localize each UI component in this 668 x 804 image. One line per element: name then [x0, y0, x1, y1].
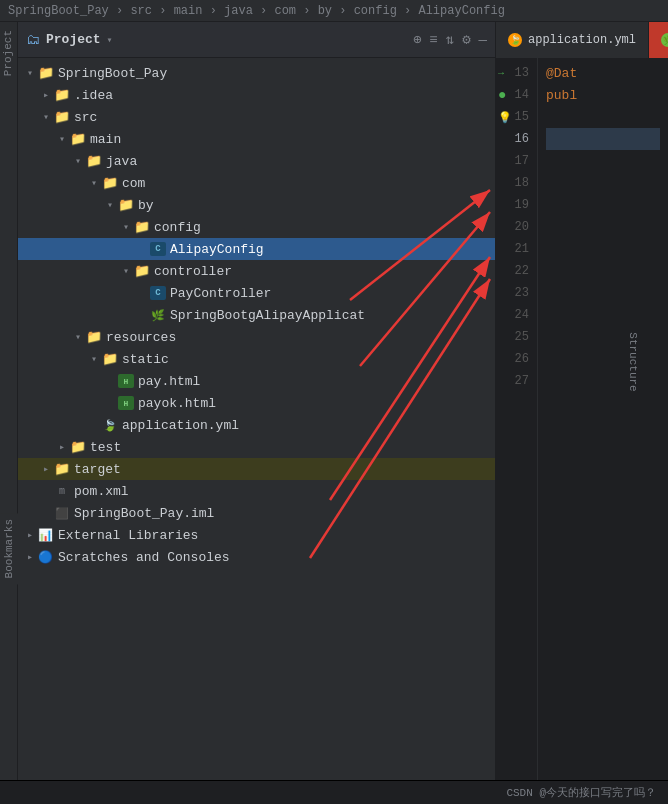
tree-item-idea[interactable]: 📁 .idea	[18, 84, 495, 106]
code-line-19	[546, 194, 660, 216]
line-22: 22	[496, 260, 537, 282]
main-folder-icon: 📁	[70, 133, 86, 146]
panel-header: 🗂 Project ▾ ⊕ ≡ ⇅ ⚙ —	[18, 22, 495, 58]
static-folder-icon: 📁	[102, 353, 118, 366]
tree-item-by[interactable]: 📁 by	[18, 194, 495, 216]
target-label: target	[74, 462, 121, 477]
idea-arrow	[38, 89, 54, 101]
sort-icon[interactable]: ⇅	[446, 31, 454, 48]
com-folder-icon: 📁	[102, 177, 118, 190]
line-13-arrow-icon: →	[498, 68, 504, 79]
code-line-13: @Dat	[546, 62, 660, 84]
line-21: 21	[496, 238, 537, 260]
tree-item-payok-html[interactable]: H payok.html	[18, 392, 495, 414]
tree-item-application-yml[interactable]: 🍃 application.yml	[18, 414, 495, 436]
code-line-14: publ	[546, 84, 660, 106]
com-label: com	[122, 176, 145, 191]
tree-item-target[interactable]: 📁 target	[18, 458, 495, 480]
config-folder-icon: 📁	[134, 221, 150, 234]
tree-item-src[interactable]: 📁 src	[18, 106, 495, 128]
resources-folder-icon: 📁	[86, 331, 102, 344]
ext-lib-icon: 📊	[38, 529, 54, 542]
tree-item-controller[interactable]: 📁 controller	[18, 260, 495, 282]
payok-html-label: payok.html	[138, 396, 216, 411]
tree-item-main[interactable]: 📁 main	[18, 128, 495, 150]
tree-item-com[interactable]: 📁 com	[18, 172, 495, 194]
by-arrow	[102, 199, 118, 211]
code-area[interactable]: @Dat publ	[538, 58, 668, 804]
line-25: 25	[496, 326, 537, 348]
side-label-project[interactable]: Project	[0, 22, 17, 84]
tab-yml-label: application.yml	[528, 33, 636, 47]
tree-item-iml[interactable]: ⬛ SpringBoot_Pay.iml	[18, 502, 495, 524]
code-line-20	[546, 216, 660, 238]
tree-item-java[interactable]: 📁 java	[18, 150, 495, 172]
line-23: 23	[496, 282, 537, 304]
line-13: → 13	[496, 62, 537, 84]
tree-item-pay-html[interactable]: H pay.html	[18, 370, 495, 392]
line-27: 27	[496, 370, 537, 392]
springbootapp-icon: 🌿	[150, 308, 166, 322]
test-folder-icon: 📁	[70, 441, 86, 454]
code-line-22	[546, 260, 660, 282]
settings-icon[interactable]: ⚙	[462, 31, 470, 48]
tree-item-paycontroller[interactable]: C PayController	[18, 282, 495, 304]
tab-spring-boot-con[interactable]: 🌿 Spring Boot Con	[649, 22, 668, 58]
controller-arrow	[118, 265, 134, 277]
editor-panel: 🍃 application.yml 🌿 Spring Boot Con → 13	[496, 22, 668, 804]
bookmarks-tab[interactable]: Bookmarks	[0, 513, 18, 584]
config-label: config	[154, 220, 201, 235]
tree-item-static[interactable]: 📁 static	[18, 348, 495, 370]
minimize-icon[interactable]: —	[479, 32, 487, 48]
project-panel: 🗂 Project ▾ ⊕ ≡ ⇅ ⚙ — 📁 SpringBoot_Pay	[18, 22, 496, 804]
code-line-27	[546, 370, 660, 392]
code-line-26	[546, 348, 660, 370]
paycontroller-label: PayController	[170, 286, 271, 301]
line-24: 24	[496, 304, 537, 326]
static-label: static	[122, 352, 169, 367]
code-line-23	[546, 282, 660, 304]
tree-item-test[interactable]: 📁 test	[18, 436, 495, 458]
root-arrow	[22, 67, 38, 79]
panel-title: Project	[46, 32, 101, 47]
payok-html-icon: H	[118, 396, 134, 410]
config-arrow	[118, 221, 134, 233]
bottom-bar: CSDN @今天的接口写完了吗？	[0, 780, 668, 804]
target-arrow	[38, 463, 54, 475]
add-icon[interactable]: ⊕	[413, 31, 421, 48]
tree-item-alipayconfig[interactable]: C AlipayConfig	[18, 238, 495, 260]
static-arrow	[86, 353, 102, 365]
scroll-icon[interactable]: ≡	[429, 32, 437, 48]
controller-label: controller	[154, 264, 232, 279]
scratches-icon: 🔵	[38, 551, 54, 564]
editor-tabs: 🍃 application.yml 🌿 Spring Boot Con	[496, 22, 668, 58]
line-15-bulb-icon: 💡	[498, 111, 512, 124]
structure-tab[interactable]: Structure	[627, 327, 639, 397]
controller-folder-icon: 📁	[134, 265, 150, 278]
tree-item-config[interactable]: 📁 config	[18, 216, 495, 238]
pay-html-icon: H	[118, 374, 134, 388]
tab-yaml-icon: 🍃	[508, 33, 522, 47]
ext-lib-arrow	[22, 529, 38, 541]
pay-html-label: pay.html	[138, 374, 200, 389]
tree-item-resources[interactable]: 📁 resources	[18, 326, 495, 348]
tree-item-ext-libraries[interactable]: 📊 External Libraries	[18, 524, 495, 546]
panel-dropdown-arrow[interactable]: ▾	[107, 34, 113, 46]
tree-item-scratches[interactable]: 🔵 Scratches and Consoles	[18, 546, 495, 568]
src-label: src	[74, 110, 97, 125]
tree-item-pom-xml[interactable]: m pom.xml	[18, 480, 495, 502]
code-line-21	[546, 238, 660, 260]
tab-application-yml[interactable]: 🍃 application.yml	[496, 22, 649, 58]
src-arrow	[38, 111, 54, 123]
code-line-17	[546, 150, 660, 172]
resources-label: resources	[106, 330, 176, 345]
line-17: 17	[496, 150, 537, 172]
scratches-arrow	[22, 551, 38, 563]
java-label: java	[106, 154, 137, 169]
file-tree: 📁 SpringBoot_Pay 📁 .idea 📁 src	[18, 58, 495, 804]
line-16: 16	[496, 128, 537, 150]
line-numbers: → 13 ● 14 💡 15 16 17 18 19 20 21	[496, 58, 538, 804]
root-folder-icon: 📁	[38, 67, 54, 80]
tree-item-springbootapp[interactable]: 🌿 SpringBootgAlipayApplicat	[18, 304, 495, 326]
tree-root[interactable]: 📁 SpringBoot_Pay	[18, 62, 495, 84]
